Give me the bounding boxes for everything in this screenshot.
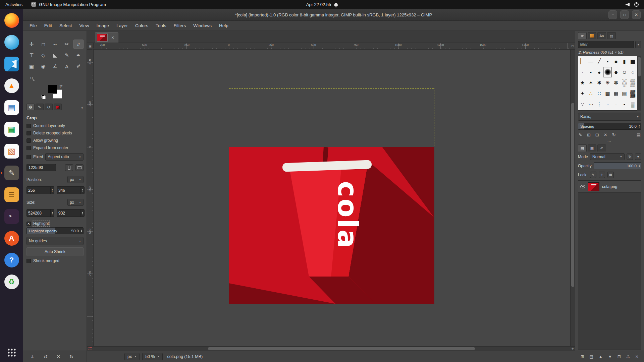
zoom-tool[interactable]: ○	[26, 73, 37, 82]
zoom-dropdown[interactable]: 50 %▼	[142, 353, 162, 360]
tab-brushes[interactable]: ✑	[578, 32, 587, 39]
text-tool[interactable]: A	[62, 62, 72, 71]
brush-thumbnail[interactable]: ∷	[595, 88, 603, 99]
spin-down-icon[interactable]: ▼	[638, 126, 641, 128]
brush-thumbnail[interactable]: •	[587, 67, 595, 77]
brush-thumbnail[interactable]: ▦	[612, 88, 620, 99]
size-height-input[interactable]	[57, 209, 80, 217]
landscape-orientation-button[interactable]	[75, 164, 84, 171]
delete-brush-icon[interactable]: ✕	[604, 132, 607, 137]
close-button[interactable]: ✕	[632, 10, 641, 19]
dock-menu-button[interactable]: ▾	[80, 106, 84, 110]
horizontal-scrollbar[interactable]	[94, 347, 570, 351]
navigation-button[interactable]: ✛	[570, 347, 575, 351]
maximize-button[interactable]: □	[620, 10, 629, 19]
measure-tool[interactable]: ∠	[50, 62, 60, 71]
position-x-input[interactable]	[27, 187, 50, 194]
tab-patterns[interactable]	[588, 32, 596, 39]
lock-alpha-button[interactable]: ▦	[607, 172, 614, 178]
spin-down-icon[interactable]: ▼	[638, 166, 641, 168]
brush-thumbnail[interactable]: ·	[578, 67, 587, 77]
brush-filter-menu-button[interactable]: ▼	[635, 41, 641, 48]
brush-filter-input[interactable]	[578, 41, 634, 48]
pencil-tool[interactable]: ✎	[62, 51, 72, 60]
tab-paths[interactable]: ✐	[597, 144, 606, 152]
layer-visibility-eye-icon[interactable]	[580, 185, 585, 188]
libreoffice-impress-icon[interactable]: ▧	[4, 144, 19, 159]
restore-tool-preset-icon[interactable]: ↺	[44, 354, 48, 359]
brush-thumbnail[interactable]: ●	[595, 67, 603, 77]
brush-thumbnail[interactable]: ▓	[629, 88, 637, 99]
ink-tool[interactable]: ✒	[73, 51, 84, 60]
minimize-button[interactable]: −	[608, 10, 617, 19]
spin-down-icon[interactable]: ▼	[80, 231, 83, 233]
position-x-spinner[interactable]: ▲▼	[26, 186, 54, 194]
brush-thumbnail[interactable]: ★	[578, 77, 587, 88]
activities-button[interactable]: Activities	[0, 0, 28, 9]
delete-cropped-pixels-checkbox[interactable]: Delete cropped pixels	[26, 131, 84, 135]
brush-thumbnail[interactable]: ✶	[587, 77, 595, 88]
brush-thumbnail[interactable]: ╱	[595, 56, 603, 67]
tab-tool-options[interactable]: ⚙	[26, 104, 35, 110]
gimp-titlebar[interactable]: *[cola] (imported)-1.0 (RGB color 8-bit …	[23, 9, 644, 21]
paths-tool[interactable]: ✐	[73, 62, 84, 71]
horizontal-scrollbar-thumb[interactable]	[208, 347, 475, 350]
refresh-brushes-icon[interactable]: ↻	[612, 132, 616, 137]
size-unit-dropdown[interactable]: px▼	[67, 199, 84, 206]
rectangle-select-tool[interactable]: □	[38, 40, 48, 49]
brush-thumbnail[interactable]: ◌	[629, 67, 637, 77]
focused-app-menu[interactable]: GNU Image Manipulation Program	[28, 2, 109, 7]
libreoffice-calc-icon[interactable]: ▦	[4, 122, 19, 137]
duplicate-brush-icon[interactable]: ⊟	[595, 132, 599, 137]
menu-edit[interactable]: Edit	[41, 22, 56, 29]
files-icon[interactable]: ☰	[4, 187, 19, 202]
fixed-checkbox[interactable]	[26, 155, 31, 159]
current-layer-only-checkbox[interactable]: Current layer only	[26, 123, 84, 128]
brush-thumbnail[interactable]: —	[587, 56, 595, 67]
menu-image[interactable]: Image	[93, 22, 113, 29]
spin-down-icon[interactable]: ▼	[81, 190, 84, 192]
brush-thumbnail[interactable]: ▒	[629, 99, 637, 110]
system-status-menu[interactable]	[626, 2, 644, 7]
portrait-orientation-button[interactable]	[65, 164, 73, 171]
zoom-image-button[interactable]: ▢	[570, 43, 575, 50]
auto-shrink-button[interactable]: Auto Shrink	[26, 247, 84, 256]
new-layer-group-icon[interactable]: ▤	[589, 354, 593, 359]
size-width-input[interactable]	[27, 209, 50, 217]
tab-device-status[interactable]: ✎	[36, 104, 44, 110]
size-width-spinner[interactable]: ▲▼	[26, 209, 54, 217]
vertical-ruler[interactable]: -500-2500250500750	[87, 50, 94, 346]
menu-layer[interactable]: Layer	[113, 22, 131, 29]
brush-thumbnail[interactable]: ✳	[603, 77, 612, 88]
highlight-checkbox[interactable]: ✕ Highlight	[26, 221, 84, 226]
vertical-scrollbar[interactable]	[570, 50, 575, 346]
shrink-merged-checkbox[interactable]: Shrink merged	[26, 258, 84, 263]
layer-row[interactable]: cola.png	[578, 181, 641, 193]
brush-thumbnail[interactable]: ✽	[612, 77, 620, 88]
lower-layer-icon[interactable]: ▼	[608, 354, 612, 359]
brush-thumbnail[interactable]: ✱	[595, 77, 603, 88]
layer-mode-dropdown[interactable]: Normal▼	[590, 153, 625, 160]
brush-thumbnail[interactable]: ░	[620, 77, 629, 88]
terminal-icon[interactable]: >_	[4, 209, 19, 224]
ruler-origin-button[interactable]: ▣	[87, 43, 94, 50]
libreoffice-writer-icon[interactable]: ▤	[4, 100, 19, 115]
close-image-icon[interactable]: ✕	[109, 34, 116, 41]
brush-thumbnail[interactable]: ·	[612, 99, 620, 110]
mode-menu-button[interactable]: ▾	[635, 154, 641, 160]
brush-scrollbar[interactable]	[637, 56, 641, 111]
quick-mask-toggle[interactable]	[87, 347, 94, 351]
raise-layer-icon[interactable]: ▲	[599, 354, 603, 359]
new-brush-icon[interactable]: ⊞	[587, 132, 591, 137]
brush-thumbnail[interactable]: ▏	[578, 56, 587, 67]
tab-images[interactable]	[54, 104, 62, 110]
delete-tool-preset-icon[interactable]: ✕	[56, 354, 60, 359]
brush-thumbnail[interactable]: ■	[612, 56, 620, 67]
dock-splitter[interactable]: ⋯	[578, 139, 641, 144]
brush-thumbnail[interactable]: ▪	[603, 56, 612, 67]
clock-menu[interactable]: Apr 22 02:55	[306, 0, 338, 9]
brush-thumbnail[interactable]: ⋯	[587, 99, 595, 110]
tab-undo-history[interactable]: ↺	[45, 104, 53, 110]
brush-thumbnail[interactable]: ▤	[620, 88, 629, 99]
tab-document-history[interactable]: ▤	[607, 32, 616, 39]
